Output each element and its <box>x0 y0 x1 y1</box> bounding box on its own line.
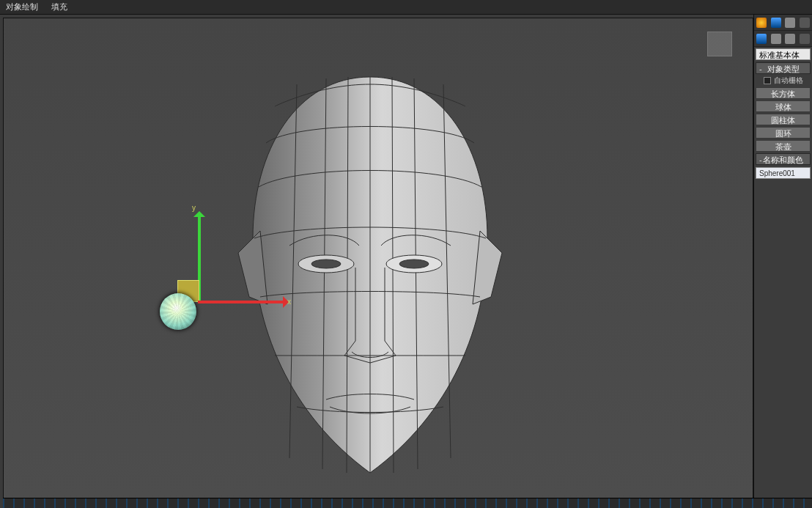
name-color-rollout-header[interactable]: - 名称和颜色 <box>756 153 811 165</box>
auto-grid-row[interactable]: 自动栅格 <box>754 75 812 86</box>
auto-grid-checkbox[interactable] <box>764 77 771 84</box>
timeline-track[interactable] <box>3 498 812 508</box>
shapes-category-icon[interactable] <box>771 34 781 44</box>
transform-gizmo[interactable]: y x <box>154 220 271 337</box>
menu-object-paint[interactable]: 对象绘制 <box>6 1 38 12</box>
rollout-collapse-icon: - <box>759 154 762 166</box>
object-name-input[interactable]: Sphere001 <box>756 167 811 179</box>
command-panel: 标准基本体 - 对象类型 自动栅格 长方体 球体 圆柱体 圆环 茶壶 - 名称和… <box>753 15 812 498</box>
primitive-sphere-button[interactable]: 球体 <box>756 100 811 112</box>
create-category-row <box>754 31 812 47</box>
view-cube[interactable] <box>707 32 732 56</box>
menu-fill[interactable]: 填充 <box>51 1 67 12</box>
rollout-collapse-icon: - <box>759 63 762 75</box>
top-menu-bar: 对象绘制 填充 <box>0 0 812 15</box>
primitive-torus-button[interactable]: 圆环 <box>756 127 811 139</box>
geometry-category-icon[interactable] <box>756 34 767 44</box>
cameras-category-icon[interactable] <box>800 34 810 44</box>
svg-point-9 <box>311 259 341 268</box>
motion-tab-icon[interactable] <box>800 18 810 28</box>
create-tab-icon[interactable] <box>756 18 767 28</box>
modify-tab-icon[interactable] <box>771 18 781 28</box>
primitive-cylinder-button[interactable]: 圆柱体 <box>756 114 811 125</box>
viewport[interactable]: y x <box>3 18 753 498</box>
primitive-box-button[interactable]: 长方体 <box>756 87 811 99</box>
axis-x-handle[interactable] <box>198 301 286 303</box>
primitive-type-dropdown[interactable]: 标准基本体 <box>756 48 811 60</box>
lights-category-icon[interactable] <box>785 34 795 44</box>
auto-grid-label: 自动栅格 <box>774 76 803 86</box>
hierarchy-tab-icon[interactable] <box>785 18 795 28</box>
orbit-navigator-ball[interactable] <box>160 293 196 330</box>
object-type-rollout-header[interactable]: - 对象类型 <box>756 62 811 74</box>
name-color-label: 名称和颜色 <box>763 155 803 164</box>
command-panel-tabs-row1 <box>754 15 812 31</box>
svg-point-10 <box>399 259 429 268</box>
axis-x-label: x <box>287 298 291 306</box>
object-type-label: 对象类型 <box>767 65 800 73</box>
primitive-teapot-button[interactable]: 茶壶 <box>756 140 811 152</box>
